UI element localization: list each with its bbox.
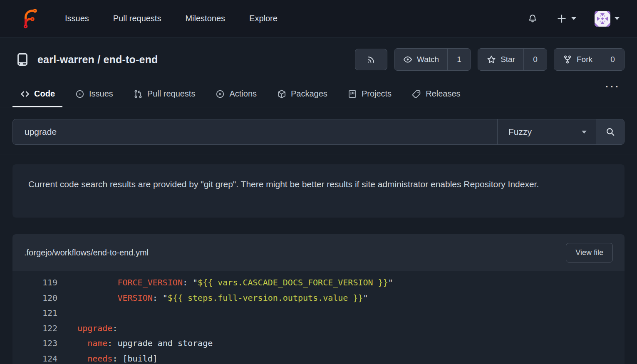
repo-header: earl-warren / end-to-end Watch 1	[0, 37, 637, 81]
fork-label: Fork	[577, 55, 592, 64]
result-file-header: .forgejo/workflows/end-to-end.yml View f…	[12, 234, 625, 271]
repo-name-link[interactable]: end-to-end	[103, 54, 158, 65]
top-navbar: Issues Pull requests Milestones Explore	[0, 0, 637, 37]
bell-icon	[527, 13, 538, 24]
code-line: 122 upgrade:	[12, 321, 625, 336]
code-text: upgrade:	[57, 321, 117, 336]
tab-actions[interactable]: Actions	[208, 81, 264, 107]
code-text: VERSION: "${{ steps.full-version.outputs…	[57, 290, 368, 306]
notifications-button[interactable]	[527, 13, 538, 24]
watch-button[interactable]: Watch	[394, 49, 447, 70]
code-block: 119 FORCE_VERSION: "${{ vars.CASCADE_DOC…	[12, 271, 625, 364]
line-number[interactable]: 123	[12, 336, 57, 351]
tab-packages[interactable]: Packages	[269, 81, 335, 107]
tab-label: Actions	[229, 89, 257, 99]
navbar-item-issues[interactable]: Issues	[65, 14, 89, 23]
search-submit-button[interactable]	[596, 119, 624, 144]
rss-feed-button[interactable]	[355, 49, 387, 70]
repo-actions: Watch 1 Star 0 Fork	[355, 48, 625, 71]
star-button-group: Star 0	[478, 48, 547, 71]
tab-label: Packages	[291, 89, 327, 99]
search-input[interactable]	[13, 119, 497, 144]
line-number[interactable]: 121	[12, 305, 57, 321]
navbar-right	[527, 11, 620, 27]
search-notice: Current code search results are provided…	[12, 164, 625, 218]
repository-icon	[15, 52, 30, 67]
tab-label: Issues	[89, 89, 113, 99]
watch-button-group: Watch 1	[394, 48, 471, 71]
git-pull-request-icon	[133, 89, 143, 99]
tab-label: Releases	[426, 89, 460, 99]
star-icon	[486, 54, 496, 64]
tab-projects[interactable]: Projects	[340, 81, 399, 107]
watch-count[interactable]: 1	[447, 49, 471, 70]
chevron-down-icon	[582, 131, 587, 134]
navbar-item-pull-requests[interactable]: Pull requests	[113, 14, 161, 23]
play-circle-icon	[215, 89, 225, 99]
forgejo-logo[interactable]	[20, 8, 40, 30]
code-line: 120 VERSION: "${{ steps.full-version.out…	[12, 290, 625, 306]
tab-pull-requests[interactable]: Pull requests	[126, 81, 203, 107]
code-text	[57, 305, 67, 321]
repo-tabs: Code Issues Pull requests Actions Packag…	[0, 81, 637, 107]
code-line: 124 needs: [build]	[12, 351, 625, 364]
fork-button-group: Fork 0	[554, 48, 625, 71]
fork-button[interactable]: Fork	[554, 49, 601, 70]
star-label: Star	[501, 55, 515, 64]
code-line: 123 name: upgrade and storage	[12, 336, 625, 351]
chevron-down-icon	[615, 17, 620, 20]
tab-label: Projects	[362, 89, 392, 99]
line-number[interactable]: 119	[12, 275, 57, 290]
navbar-item-milestones[interactable]: Milestones	[185, 14, 225, 23]
notice-text: Current code search results are provided…	[28, 179, 539, 189]
package-icon	[277, 89, 287, 99]
line-number[interactable]: 122	[12, 321, 57, 336]
tab-issues[interactable]: Issues	[67, 81, 121, 107]
tab-releases[interactable]: Releases	[404, 81, 468, 107]
line-number[interactable]: 120	[12, 290, 57, 306]
search-mode-value: Fuzzy	[508, 127, 532, 137]
code-search-section: Fuzzy	[0, 107, 637, 154]
search-icon	[605, 126, 616, 137]
rss-icon	[366, 54, 376, 64]
plus-icon	[556, 13, 567, 24]
tag-icon	[411, 89, 421, 99]
view-file-button[interactable]: View file	[566, 243, 613, 262]
repo-title: earl-warren / end-to-end	[15, 52, 158, 67]
star-button[interactable]: Star	[478, 49, 523, 70]
tab-label: Code	[34, 89, 55, 99]
star-count[interactable]: 0	[523, 49, 547, 70]
navbar-item-explore[interactable]: Explore	[249, 14, 278, 23]
result-file-path[interactable]: .forgejo/workflows/end-to-end.yml	[24, 248, 149, 258]
eye-icon	[403, 54, 413, 64]
user-menu-dropdown[interactable]	[595, 11, 620, 27]
search-result-card: .forgejo/workflows/end-to-end.yml View f…	[12, 234, 625, 364]
tab-code[interactable]: Code	[12, 81, 62, 107]
avatar	[595, 11, 610, 27]
fork-count[interactable]: 0	[601, 49, 624, 70]
chevron-down-icon	[571, 17, 576, 20]
line-number[interactable]: 124	[12, 351, 57, 364]
code-text: needs: [build]	[57, 351, 158, 364]
code-icon	[20, 89, 30, 99]
navbar-links: Issues Pull requests Milestones Explore	[65, 14, 278, 23]
code-text: name: upgrade and storage	[57, 336, 213, 351]
fork-icon	[563, 54, 573, 64]
code-line: 119 FORCE_VERSION: "${{ vars.CASCADE_DOC…	[12, 275, 625, 290]
search-bar: Fuzzy	[12, 119, 625, 145]
watch-label: Watch	[417, 55, 439, 64]
repo-breadcrumb: earl-warren / end-to-end	[37, 54, 158, 66]
tab-label: Pull requests	[147, 89, 196, 99]
repo-owner-link[interactable]: earl-warren	[37, 54, 94, 65]
search-mode-dropdown[interactable]: Fuzzy	[497, 119, 596, 144]
tabs-overflow-button[interactable]: ···	[605, 81, 620, 107]
code-line: 121	[12, 305, 625, 321]
issue-opened-icon	[75, 89, 85, 99]
create-new-dropdown[interactable]	[556, 13, 576, 24]
code-text: FORCE_VERSION: "${{ vars.CASCADE_DOCS_FO…	[57, 275, 393, 290]
project-board-icon	[347, 89, 357, 99]
breadcrumb-separator: /	[94, 54, 103, 65]
